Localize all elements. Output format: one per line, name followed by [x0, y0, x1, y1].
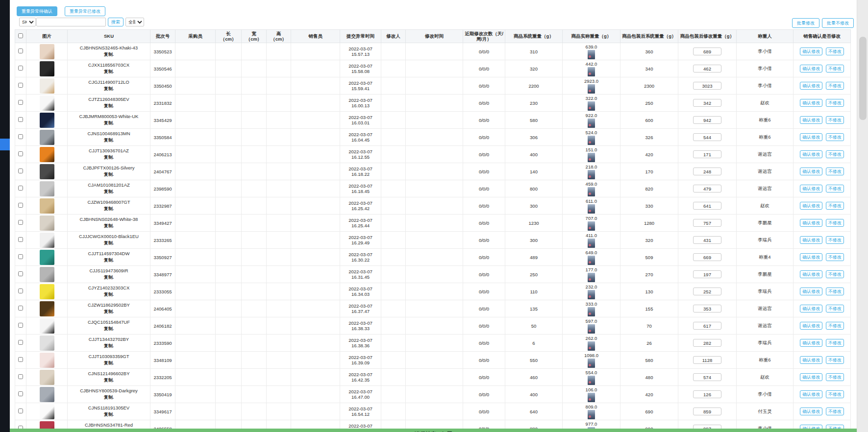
row-checkbox[interactable]: [18, 134, 23, 139]
modified-weight-input[interactable]: [693, 288, 721, 295]
copy-link[interactable]: 复制.: [68, 240, 149, 246]
row-checkbox[interactable]: [18, 323, 23, 328]
modified-weight-input[interactable]: [693, 202, 721, 210]
confirm-modify-button[interactable]: 确认修改: [800, 168, 822, 175]
product-image[interactable]: [40, 147, 54, 162]
copy-link[interactable]: 复制.: [68, 394, 149, 401]
confirm-modify-button[interactable]: 确认修改: [800, 390, 822, 398]
row-checkbox[interactable]: [18, 391, 23, 396]
filter-select[interactable]: 全部: [125, 18, 144, 26]
confirm-modify-button[interactable]: 确认修改: [800, 356, 822, 364]
select-all-checkbox[interactable]: [18, 33, 23, 38]
modified-weight-input[interactable]: [693, 322, 721, 330]
modified-weight-input[interactable]: [693, 65, 721, 72]
modified-weight-input[interactable]: [693, 82, 721, 90]
product-image[interactable]: [40, 301, 54, 316]
scale-photo[interactable]: [588, 239, 595, 248]
no-modify-button[interactable]: 不修改: [826, 253, 844, 261]
no-modify-button[interactable]: 不修改: [826, 408, 844, 415]
product-image[interactable]: [40, 164, 54, 179]
row-checkbox[interactable]: [18, 237, 23, 242]
row-checkbox[interactable]: [18, 220, 23, 225]
scale-photo[interactable]: [588, 153, 595, 162]
product-image[interactable]: [40, 61, 54, 76]
no-modify-button[interactable]: 不修改: [826, 202, 844, 210]
confirm-modify-button[interactable]: 确认修改: [800, 65, 822, 72]
no-modify-button[interactable]: 不修改: [826, 390, 844, 398]
copy-link[interactable]: 复制.: [68, 274, 149, 281]
scale-photo[interactable]: [588, 136, 595, 145]
product-image[interactable]: [40, 96, 54, 111]
no-modify-button[interactable]: 不修改: [826, 168, 844, 175]
product-image[interactable]: [40, 387, 54, 402]
product-image[interactable]: [40, 130, 54, 145]
confirm-modify-button[interactable]: 确认修改: [800, 236, 822, 244]
product-image[interactable]: [40, 318, 54, 334]
confirm-modify-button[interactable]: 确认修改: [800, 202, 822, 210]
row-checkbox[interactable]: [18, 151, 23, 156]
scale-photo[interactable]: [588, 359, 595, 368]
no-modify-button[interactable]: 不修改: [826, 82, 844, 90]
confirm-modify-button[interactable]: 确认修改: [800, 150, 822, 158]
product-image[interactable]: [40, 181, 54, 196]
copy-link[interactable]: 复制.: [68, 223, 149, 229]
scale-photo[interactable]: [588, 101, 595, 111]
vertical-scrollbar[interactable]: [857, 0, 868, 432]
no-modify-button[interactable]: 不修改: [826, 322, 844, 330]
modified-weight-input[interactable]: [693, 168, 721, 175]
modified-weight-input[interactable]: [693, 133, 721, 141]
row-checkbox[interactable]: [18, 357, 23, 362]
scale-photo[interactable]: [588, 187, 595, 196]
product-image[interactable]: [40, 216, 54, 231]
copy-link[interactable]: 复制.: [68, 171, 149, 178]
copy-link[interactable]: 复制.: [68, 360, 149, 366]
scale-photo[interactable]: [588, 410, 595, 419]
row-checkbox[interactable]: [18, 48, 23, 53]
row-checkbox[interactable]: [18, 408, 23, 413]
confirm-modify-button[interactable]: 确认修改: [800, 116, 822, 124]
row-checkbox[interactable]: [18, 271, 23, 276]
product-image[interactable]: [40, 233, 54, 248]
copy-link[interactable]: 复制.: [68, 86, 149, 92]
modified-weight-input[interactable]: [693, 116, 721, 124]
bulk-modify-button[interactable]: 批量修改: [792, 18, 819, 28]
row-checkbox[interactable]: [18, 254, 23, 259]
no-modify-button[interactable]: 不修改: [826, 150, 844, 158]
copy-link[interactable]: 复制.: [68, 51, 149, 58]
product-image[interactable]: [40, 250, 54, 265]
row-checkbox[interactable]: [18, 66, 23, 71]
modified-weight-input[interactable]: [693, 150, 721, 158]
confirm-modify-button[interactable]: 确认修改: [800, 322, 822, 330]
product-image[interactable]: [40, 370, 54, 385]
scale-photo[interactable]: [588, 307, 595, 316]
confirm-modify-button[interactable]: 确认修改: [800, 408, 822, 415]
row-checkbox[interactable]: [18, 83, 23, 88]
no-modify-button[interactable]: 不修改: [826, 373, 844, 381]
modified-weight-input[interactable]: [693, 339, 721, 347]
confirm-modify-button[interactable]: 确认修改: [800, 339, 822, 347]
product-image[interactable]: [40, 404, 54, 419]
product-image[interactable]: [40, 78, 54, 94]
product-image[interactable]: [40, 113, 54, 128]
scale-photo[interactable]: [588, 290, 595, 299]
no-modify-button[interactable]: 不修改: [826, 48, 844, 55]
header-select-all[interactable]: [15, 30, 26, 43]
row-checkbox[interactable]: [18, 203, 23, 208]
modified-weight-input[interactable]: [693, 373, 721, 381]
confirm-modify-button[interactable]: 确认修改: [800, 270, 822, 278]
confirm-modify-button[interactable]: 确认修改: [800, 48, 822, 55]
bulk-no-modify-button[interactable]: 批量不修改: [822, 18, 854, 28]
scale-photo[interactable]: [588, 67, 595, 76]
no-modify-button[interactable]: 不修改: [826, 133, 844, 141]
copy-link[interactable]: 复制.: [68, 326, 149, 332]
search-button[interactable]: 搜索: [108, 18, 124, 26]
row-checkbox[interactable]: [18, 374, 23, 379]
scale-photo[interactable]: [588, 119, 595, 128]
confirm-modify-button[interactable]: 确认修改: [800, 99, 822, 107]
confirm-modify-button[interactable]: 确认修改: [800, 288, 822, 295]
confirm-modify-button[interactable]: 确认修改: [800, 185, 822, 192]
copy-link[interactable]: 复制.: [68, 120, 149, 126]
product-image[interactable]: [40, 198, 54, 214]
no-modify-button[interactable]: 不修改: [826, 99, 844, 107]
copy-link[interactable]: 复制.: [68, 69, 149, 75]
